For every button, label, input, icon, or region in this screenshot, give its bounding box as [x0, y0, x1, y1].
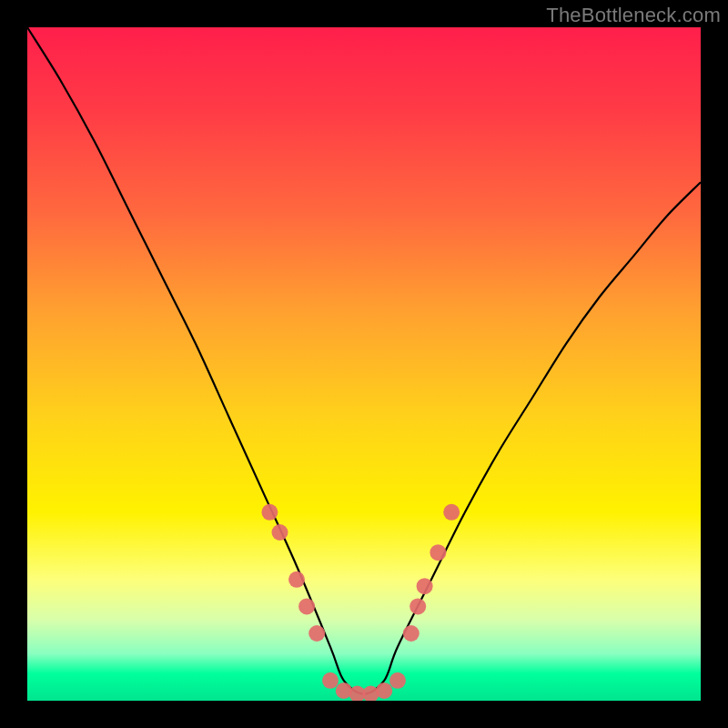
marker-dot	[403, 625, 420, 642]
marker-dot	[272, 524, 288, 541]
curve-layer	[27, 27, 701, 701]
marker-dot	[376, 682, 392, 699]
marker-dot	[261, 504, 278, 521]
bottleneck-curve	[27, 27, 701, 694]
chart-frame: TheBottleneck.com	[0, 0, 728, 728]
marker-dot	[288, 571, 305, 588]
marker-group	[261, 504, 460, 701]
marker-dot	[443, 504, 460, 521]
watermark-text: TheBottleneck.com	[546, 4, 721, 27]
marker-dot	[322, 672, 339, 689]
marker-dot	[298, 598, 315, 614]
marker-dot	[417, 578, 433, 594]
marker-dot	[430, 544, 446, 561]
marker-dot	[389, 672, 406, 689]
marker-dot	[410, 598, 426, 614]
plot-area	[27, 27, 701, 701]
marker-dot	[308, 625, 325, 642]
